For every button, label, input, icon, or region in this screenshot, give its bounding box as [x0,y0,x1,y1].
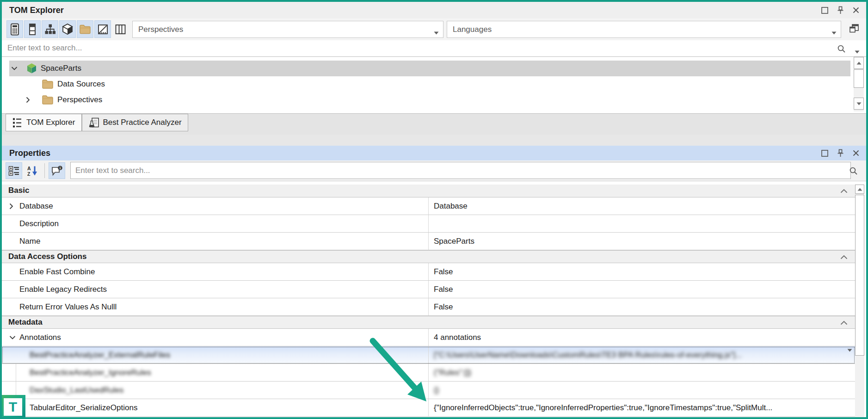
folder-icon [79,24,91,35]
scroll-up-button[interactable] [854,57,864,69]
svg-text:i: i [60,166,61,170]
hierarchy-icon [44,24,56,35]
measures-button[interactable] [6,20,23,38]
property-name: Return Error Values As Nulll [19,298,117,315]
pin-icon[interactable] [836,6,845,15]
tab-label: Best Practice Analyzer [103,118,182,127]
property-row-daxstudio-lastusedrules[interactable]: DaxStudio_LastUsedRules{} [2,382,855,399]
scroll-down-button[interactable] [854,98,864,110]
tables-button[interactable] [24,20,41,38]
property-value: False [434,281,453,298]
properties-toolbar: AZi [2,160,866,181]
folders-button[interactable] [77,20,93,38]
toolbar-separator [44,163,45,178]
tree-item-spaceparts[interactable]: SpaceParts [9,61,850,76]
tab-best-practice-analyzer[interactable]: Best Practice Analyzer [82,114,188,131]
svg-text:Z: Z [27,171,31,177]
property-value: {"Rules":[]} [434,364,471,381]
section-header-basic[interactable]: Basic [2,185,855,197]
value-dropdown-button[interactable] [847,349,852,352]
chevron-down-icon [831,28,837,37]
property-name: Enable Fast Combine [19,263,95,280]
languages-dropdown[interactable]: Languages [447,21,841,38]
columns-button[interactable] [112,20,129,38]
toolbar-filter-buttons [6,20,129,38]
tree-scrollbar[interactable] [854,57,864,111]
pin-icon[interactable] [836,148,845,158]
partitions-button[interactable] [94,20,111,38]
categorized-button[interactable] [6,162,22,179]
section-header-metadata[interactable]: Metadata [2,316,855,329]
scroll-up-button[interactable] [855,185,864,194]
property-descriptions-button[interactable]: i [49,162,65,179]
collapse-up-icon[interactable] [840,320,848,325]
table-icon [28,23,37,36]
search-options-caret-icon[interactable] [855,47,860,55]
cascade-windows-button[interactable] [846,22,862,37]
properties-toolbar-buttons: AZi [6,162,65,179]
property-name: Annotations [19,329,61,346]
chevron-down-icon[interactable] [9,335,16,339]
property-name: Name [19,233,40,250]
perspectives-dropdown[interactable]: Perspectives [132,21,443,38]
measure-icon [10,23,20,36]
property-row-bestpracticeanalyzer-ignorerules[interactable]: BestPracticeAnalyzer_IgnoreRules{"Rules"… [2,364,855,382]
property-row-annotations[interactable]: Annotations4 annotations [2,329,855,346]
svg-text:A: A [27,165,31,171]
model-tree: SpacePartsData SourcesPerspectives [2,57,866,113]
chevron-right-icon[interactable] [26,97,30,103]
property-row-enable-fast-combine[interactable]: Enable Fast CombineFalse [2,263,855,281]
tree-search-input[interactable] [2,40,844,56]
property-name: TabularEditor_SerializeOptions [30,399,137,416]
cascade-windows-icon [849,23,860,36]
scrollbar-thumb[interactable] [854,69,864,88]
properties-title-bar: Properties [2,146,866,160]
property-row-description[interactable]: Description [2,215,855,233]
property-row-tabulareditor-serializeoptions[interactable]: TabularEditor_SerializeOptions{"IgnoreIn… [2,399,855,417]
property-row-enable-legacy-redirects[interactable]: Enable Legacy RedirectsFalse [2,281,855,298]
close-icon[interactable] [851,148,861,158]
property-row-name[interactable]: NameSpaceParts [2,233,855,250]
collapse-up-icon[interactable] [840,189,848,193]
search-icon[interactable] [849,166,858,177]
section-title: Data Access Options [8,251,86,263]
section-header-data-access-options[interactable]: Data Access Options [2,250,855,263]
partition-icon [97,24,109,35]
window-buttons [820,2,861,18]
tabular-editor-logo: T [0,395,25,419]
property-value: 4 annotations [434,329,481,346]
tree-item-data-sources[interactable]: Data Sources [9,76,850,92]
perspectives-dropdown-value: Perspectives [138,25,183,34]
property-name: Enable Legacy Redirects [19,281,107,298]
property-row-bestpracticeanalyzer-externalrulefiles[interactable]: BestPracticeAnalyzer_ExternalRuleFiles["… [2,346,855,364]
tree-item-perspectives[interactable]: Perspectives [9,92,850,108]
scrollbar-thumb[interactable] [855,195,864,356]
hierarchies-button[interactable] [42,20,58,38]
property-value: ["C:\Users\UserName\Downloads\CustomRule… [434,346,742,364]
chevron-right-icon[interactable] [9,203,13,210]
collapse-up-icon[interactable] [840,255,848,259]
float-window-icon[interactable] [820,6,829,15]
search-icon[interactable] [837,44,846,55]
properties-scrollbar[interactable] [855,185,864,417]
explorer-tab-strip: TOM ExplorerBest Practice Analyzer [2,113,866,135]
property-value: False [434,263,453,280]
property-value: {} [434,382,439,399]
cube-icon [62,23,74,35]
tree-list-icon [12,118,23,128]
alphabetical-sort-button[interactable]: AZ [24,162,41,179]
panel-title: Properties [9,146,50,160]
caret-down-icon [847,349,852,352]
chevron-down-icon[interactable] [11,67,18,71]
logo-letter: T [9,400,17,414]
property-row-database[interactable]: DatabaseDatabase [2,197,855,215]
tree-item-label: SpaceParts [41,61,81,76]
tab-tom-explorer[interactable]: TOM Explorer [6,114,82,131]
display-folders-button[interactable] [59,20,76,38]
property-row-return-error-values-as-nulll[interactable]: Return Error Values As NulllFalse [2,298,855,316]
tree-item-label: Data Sources [57,76,105,92]
property-name: BestPracticeAnalyzer_IgnoreRules [30,364,151,381]
properties-search-input[interactable] [70,162,851,179]
close-icon[interactable] [851,6,861,15]
float-window-icon[interactable] [820,148,829,158]
